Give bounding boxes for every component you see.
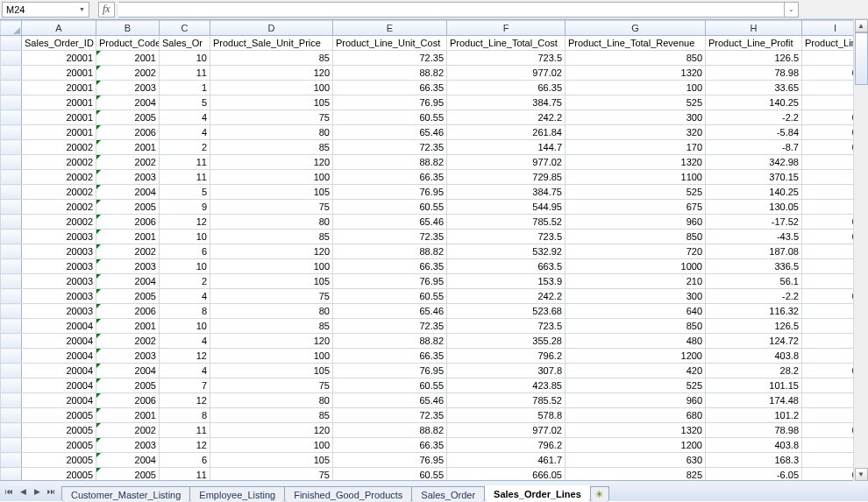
cell[interactable]: 850 <box>566 51 706 66</box>
cell[interactable]: 105 <box>210 274 333 289</box>
cell[interactable]: 242.2 <box>447 110 566 125</box>
cell[interactable]: 2001 <box>96 140 160 155</box>
cell[interactable]: 1320 <box>566 423 706 438</box>
header-cell[interactable]: Product_Code <box>96 36 160 51</box>
row-header[interactable] <box>1 51 22 66</box>
cell[interactable]: 1320 <box>566 155 706 170</box>
cell[interactable]: 65.46 <box>333 393 447 408</box>
tab-nav-next[interactable]: ▶ <box>30 484 44 498</box>
cell[interactable]: 850 <box>566 319 706 334</box>
row-header[interactable] <box>1 423 22 438</box>
cell[interactable]: 2005 <box>96 110 160 125</box>
cell[interactable]: 10 <box>160 51 210 66</box>
cell[interactable]: -17.52 <box>706 215 802 230</box>
cell[interactable]: 20001 <box>22 51 96 66</box>
cell[interactable]: 20004 <box>22 334 96 349</box>
cell[interactable]: 100 <box>210 81 333 95</box>
cell[interactable]: 80 <box>210 125 333 140</box>
row-header[interactable] <box>1 155 22 170</box>
header-cell[interactable]: Product_Line_Profit <box>706 36 802 51</box>
cell[interactable]: -5.84 <box>706 125 802 140</box>
cell[interactable]: 85 <box>210 319 333 334</box>
cell[interactable]: 6 <box>160 244 210 259</box>
row-header[interactable] <box>1 36 22 51</box>
cell[interactable]: 75 <box>210 200 333 215</box>
sheet-tab[interactable]: Sales_Order <box>411 486 485 502</box>
row-header[interactable] <box>1 244 22 259</box>
cell[interactable]: 2003 <box>96 81 160 95</box>
row-header[interactable] <box>1 408 22 423</box>
cell[interactable]: 2002 <box>96 244 160 259</box>
row-header[interactable] <box>1 215 22 230</box>
cell[interactable]: 2002 <box>96 66 160 81</box>
cell[interactable]: 420 <box>566 364 706 378</box>
cell[interactable]: 6 <box>160 453 210 468</box>
cell[interactable]: 4 <box>160 110 210 125</box>
cell[interactable]: 12 <box>160 438 210 453</box>
cell[interactable]: 5 <box>160 95 210 110</box>
cell[interactable]: 2004 <box>96 274 160 289</box>
sheet-tab[interactable]: Customer_Master_Listing <box>61 486 190 502</box>
cell[interactable]: 76.95 <box>333 453 447 468</box>
select-all-corner[interactable] <box>1 21 22 36</box>
cell[interactable]: 124.72 <box>706 334 802 349</box>
cell[interactable]: 66.35 <box>333 170 447 185</box>
cell[interactable]: 723.5 <box>447 51 566 66</box>
cell[interactable]: 126.5 <box>706 51 802 66</box>
cell[interactable]: 20005 <box>22 423 96 438</box>
cell[interactable]: 5 <box>160 185 210 200</box>
cell[interactable]: 100 <box>566 81 706 95</box>
cell[interactable]: 76.95 <box>333 95 447 110</box>
cell[interactable]: 640 <box>566 304 706 319</box>
cell[interactable]: 85 <box>210 408 333 423</box>
scroll-down-button[interactable]: ▼ <box>855 468 868 481</box>
cell[interactable]: 663.5 <box>447 259 566 274</box>
cell[interactable]: 75 <box>210 289 333 304</box>
header-cell[interactable]: Product_Sale_Unit_Price <box>210 36 333 51</box>
cell[interactable]: 461.7 <box>447 453 566 468</box>
cell[interactable]: 101.2 <box>706 408 802 423</box>
cell[interactable]: 72.35 <box>333 140 447 155</box>
cell[interactable]: 80 <box>210 393 333 408</box>
cell[interactable]: 11 <box>160 170 210 185</box>
cell[interactable]: 300 <box>566 110 706 125</box>
col-header-D[interactable]: D <box>210 21 333 36</box>
cell[interactable]: 100 <box>210 170 333 185</box>
cell[interactable]: 2 <box>160 274 210 289</box>
cell[interactable]: 1000 <box>566 259 706 274</box>
cell[interactable]: -8.7 <box>706 140 802 155</box>
cell[interactable]: 85 <box>210 51 333 66</box>
cell[interactable]: 72.35 <box>333 51 447 66</box>
cell[interactable]: -2.2 <box>706 289 802 304</box>
cell[interactable]: 20002 <box>22 200 96 215</box>
cell[interactable]: 60.55 <box>333 378 447 393</box>
row-header[interactable] <box>1 453 22 468</box>
cell[interactable]: 100 <box>210 349 333 364</box>
cell[interactable]: 261.84 <box>447 125 566 140</box>
col-header-C[interactable]: C <box>160 21 210 36</box>
cell[interactable]: 11 <box>160 155 210 170</box>
col-header-G[interactable]: G <box>566 21 706 36</box>
cell[interactable]: 76.95 <box>333 185 447 200</box>
cell[interactable]: 370.15 <box>706 170 802 185</box>
cell[interactable]: 977.02 <box>447 155 566 170</box>
cell[interactable]: 66.35 <box>333 81 447 95</box>
row-header[interactable] <box>1 349 22 364</box>
cell[interactable]: 2003 <box>96 170 160 185</box>
cell[interactable]: 2003 <box>96 349 160 364</box>
cell[interactable]: 8 <box>160 304 210 319</box>
cell[interactable]: 20003 <box>22 289 96 304</box>
cell[interactable]: 100 <box>210 259 333 274</box>
cell[interactable]: -43.5 <box>706 230 802 244</box>
row-header[interactable] <box>1 304 22 319</box>
cell[interactable]: 66.35 <box>333 259 447 274</box>
cell[interactable]: 72.35 <box>333 319 447 334</box>
cell[interactable]: 785.52 <box>447 393 566 408</box>
cell[interactable]: 65.46 <box>333 304 447 319</box>
cell[interactable]: 65.46 <box>333 215 447 230</box>
cell[interactable]: 75 <box>210 378 333 393</box>
cell[interactable]: 4 <box>160 289 210 304</box>
cell[interactable]: 65.46 <box>333 125 447 140</box>
cell[interactable]: 720 <box>566 244 706 259</box>
row-header[interactable] <box>1 334 22 349</box>
